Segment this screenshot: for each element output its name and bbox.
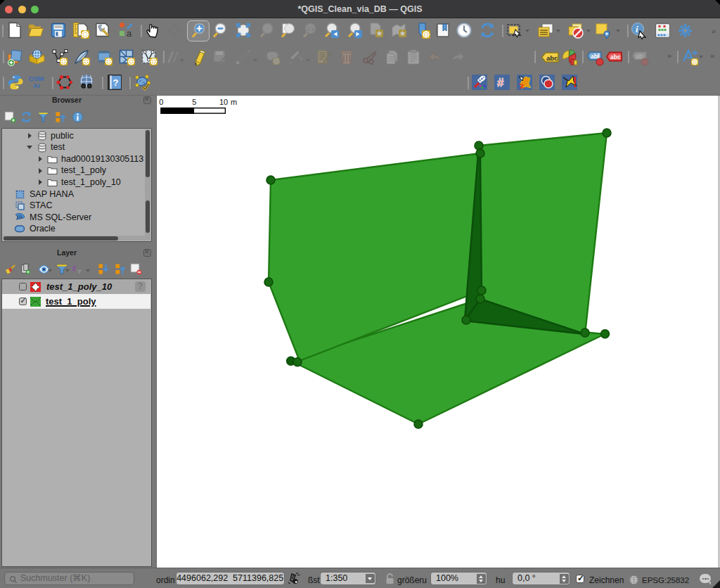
svg-text:abc: abc: [546, 54, 558, 62]
svg-text:0: 0: [159, 98, 163, 106]
svg-text:5: 5: [192, 98, 196, 106]
svg-text:abc: abc: [610, 53, 621, 60]
svg-text:ab: ab: [636, 53, 643, 60]
svg-text:#: #: [497, 76, 504, 89]
svg-text:ε: ε: [72, 262, 77, 273]
svg-text:m: m: [231, 98, 237, 106]
svg-text:a: a: [127, 28, 132, 39]
svg-text:i: i: [636, 24, 638, 34]
svg-text:?: ?: [113, 77, 119, 88]
svg-text:ab: ab: [591, 53, 598, 60]
svg-text:1:1: 1:1: [307, 26, 314, 32]
svg-text:10: 10: [219, 98, 228, 106]
